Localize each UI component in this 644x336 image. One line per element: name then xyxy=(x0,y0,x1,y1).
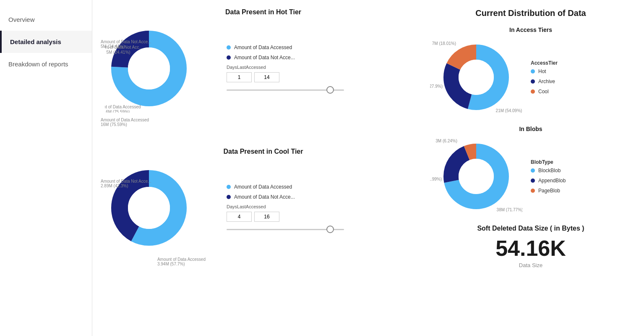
svg-point-2 xyxy=(128,47,170,89)
hot-accessed-label: Amount of Data Accessed 16M (75.59%) xyxy=(101,118,149,127)
hot-tier-title: Data Present in Hot Tier xyxy=(105,8,422,16)
legend-hot: Hot xyxy=(531,68,558,74)
hot-not-accessed-dot xyxy=(227,55,231,60)
access-tiers-legend: Hot Archive Cool xyxy=(531,68,558,94)
cool-tier-slider-section: DaysLastAccessed xyxy=(227,204,344,234)
cool-not-accessed-dot xyxy=(227,195,231,199)
hot-tier-section: Data Present in Hot Tier Amount of Data … xyxy=(105,8,422,118)
blobs-legend: BlockBlob AppendBlob PageBlob xyxy=(531,168,566,194)
cool-not-accessed-label: Amount of Data Not Acce... 2.89M (42.3%) xyxy=(101,179,151,188)
right-panel: Current Distribution of Data In Access T… xyxy=(430,8,631,268)
cool-tier-right: Amount of Data Accessed Amount of Data N… xyxy=(227,184,344,234)
cool-tier-chart-section: Amount of Data Not Acce... 2.89M (42.3%)… xyxy=(105,160,422,258)
cool-legend-dot xyxy=(531,89,535,94)
hot-tier-chart-section: Amount of Data Not Acc... 5M (24.41%) Am… xyxy=(105,20,422,118)
cool-slider-inputs xyxy=(227,212,344,222)
main-content: Data Present in Hot Tier Amount of Data … xyxy=(92,0,644,336)
sidebar-item-breakdown[interactable]: Breakdown of reports xyxy=(0,53,92,75)
svg-text:7M (18.01%): 7M (18.01%) xyxy=(432,41,456,46)
cool-slider-thumb[interactable] xyxy=(326,226,334,233)
hot-slider-min[interactable] xyxy=(227,72,252,82)
access-tiers-donut: 7M (18.01%) 11M (27.9%) 21M (54.09%) xyxy=(430,37,522,117)
access-tiers-donut-wrap: 7M (18.01%) 11M (27.9%) 21M (54.09%) xyxy=(430,37,522,117)
access-tiers-legend-wrap: AccessTier Hot Archive xyxy=(531,60,558,94)
hot-tier-legend: Amount of Data Accessed Amount of Data N… xyxy=(227,45,344,60)
svg-point-9 xyxy=(128,187,170,229)
access-tier-legend-title: AccessTier xyxy=(531,60,558,66)
hot-slider-label: DaysLastAccessed xyxy=(227,65,344,70)
soft-deleted-title: Soft Deleted Data Size ( in Bytes ) xyxy=(430,225,631,232)
svg-point-20 xyxy=(459,159,494,194)
blobs-title: In Blobs xyxy=(430,126,631,132)
legend-appendblob: AppendBlob xyxy=(531,178,566,184)
pageblob-dot xyxy=(531,189,535,193)
svg-point-13 xyxy=(459,60,494,95)
hot-accessed-dot xyxy=(227,45,231,50)
archive-legend-dot xyxy=(531,79,535,84)
blobs-donut: 3M (6.24%) 12M (21.99%) 38M (71.77%) xyxy=(430,136,522,216)
sidebar: Overview Detailed analysis Breakdown of … xyxy=(0,0,92,336)
sidebar-detailed-label: Detailed analysis xyxy=(10,38,61,45)
cool-accessed-legend: Amount of Data Accessed xyxy=(227,184,344,190)
svg-text:21M (54.09%): 21M (54.09%) xyxy=(496,108,522,113)
access-tiers-section: In Access Tiers 7M (18.01%) xyxy=(430,26,631,117)
sidebar-overview-label: Overview xyxy=(8,16,35,23)
hot-not-accessed-label: Amount of Data Not Acce... 5M (24.41%) xyxy=(101,39,151,49)
hot-slider-thumb[interactable] xyxy=(326,86,334,94)
top-row: Data Present in Hot Tier Amount of Data … xyxy=(105,8,631,268)
sidebar-item-detailed-analysis[interactable]: Detailed analysis xyxy=(0,31,92,53)
appendblob-dot xyxy=(531,178,535,183)
soft-deleted-section: Soft Deleted Data Size ( in Bytes ) 54.1… xyxy=(430,225,631,268)
hot-slider-max[interactable] xyxy=(254,72,279,82)
cool-slider-rail xyxy=(227,229,344,230)
legend-blockblob: BlockBlob xyxy=(531,168,566,173)
sidebar-item-overview[interactable]: Overview xyxy=(0,8,92,31)
cool-accessed-label: Amount of Data Accessed 3.94M (57.7%) xyxy=(157,257,206,266)
distribution-title: Current Distribution of Data xyxy=(430,8,631,18)
svg-text:12M (21.99%): 12M (21.99%) xyxy=(430,177,442,181)
hot-slider-inputs xyxy=(227,72,344,82)
svg-text:Amount of Data Accessed: Amount of Data Accessed xyxy=(105,105,141,109)
cool-not-accessed-legend: Amount of Data Not Acce... xyxy=(227,194,344,200)
access-tiers-chart-row: 7M (18.01%) 11M (27.9%) 21M (54.09%) Acc… xyxy=(430,37,631,117)
legend-archive: Archive xyxy=(531,79,558,84)
hot-slider-track[interactable] xyxy=(227,86,344,94)
legend-pageblob: PageBlob xyxy=(531,188,566,194)
sidebar-breakdown-label: Breakdown of reports xyxy=(8,60,68,68)
hot-tier-right: Amount of Data Accessed Amount of Data N… xyxy=(227,45,344,94)
svg-text:3M (6.24%): 3M (6.24%) xyxy=(435,139,457,143)
cool-tier-section: Data Present in Cool Tier Amount of Data… xyxy=(105,148,422,258)
cool-slider-label: DaysLastAccessed xyxy=(227,204,344,209)
blobs-section: In Blobs 3M (6.24%) xyxy=(430,126,631,216)
svg-text:5M (24.41%): 5M (24.41%) xyxy=(106,50,130,55)
hot-slider-rail xyxy=(227,89,344,91)
blobs-legend-title: BlobType xyxy=(531,159,566,165)
blobs-donut-wrap: 3M (6.24%) 12M (21.99%) 38M (71.77%) xyxy=(430,136,522,216)
hot-tier-donut: Amount of Data Not Acc... 5M (24.41%) Am… xyxy=(105,24,193,113)
cool-slider-track[interactable] xyxy=(227,225,344,234)
hot-tier-slider-section: DaysLastAccessed xyxy=(227,65,344,94)
cool-accessed-dot xyxy=(227,185,231,189)
cool-slider-max[interactable] xyxy=(254,212,279,222)
legend-cool: Cool xyxy=(531,89,558,94)
access-tiers-title: In Access Tiers xyxy=(430,26,631,33)
hot-legend-dot xyxy=(531,69,535,74)
blobs-chart-row: 3M (6.24%) 12M (21.99%) 38M (71.77%) Blo… xyxy=(430,136,631,216)
soft-deleted-value: 54.16K xyxy=(430,236,631,260)
blobs-legend-wrap: BlobType BlockBlob AppendBlob xyxy=(531,159,566,194)
soft-deleted-sub: Data Size xyxy=(430,262,631,268)
blockblob-dot xyxy=(531,168,535,173)
hot-not-accessed-legend: Amount of Data Not Acce... xyxy=(227,55,344,60)
hot-accessed-legend: Amount of Data Accessed xyxy=(227,45,344,50)
cool-tier-legend: Amount of Data Accessed Amount of Data N… xyxy=(227,184,344,200)
cool-slider-min[interactable] xyxy=(227,212,252,222)
svg-text:16M (75.59%): 16M (75.59%) xyxy=(105,110,130,113)
svg-text:11M (27.9%): 11M (27.9%) xyxy=(430,84,443,89)
cool-tier-donut xyxy=(105,164,193,252)
left-panels: Data Present in Hot Tier Amount of Data … xyxy=(105,8,422,268)
svg-text:38M (71.77%): 38M (71.77%) xyxy=(497,207,522,212)
cool-tier-title: Data Present in Cool Tier xyxy=(105,148,422,155)
